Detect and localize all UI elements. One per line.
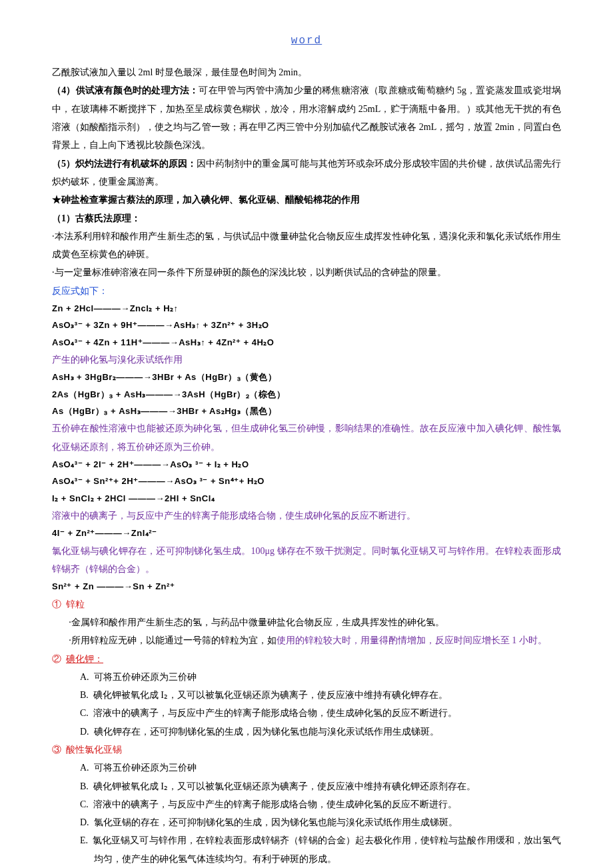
section-5: （5）炽灼法进行有机破坏的原因：因中药制剂中的重金属可能与其他芳环或杂环成分形成… bbox=[52, 155, 561, 191]
circled-1-heading: ① 锌粒 bbox=[52, 595, 561, 613]
circled-1-title: 锌粒 bbox=[66, 599, 85, 609]
sncl-item-c: C. 溶液中的碘离子，与反应中产生的锌离子能形成络合物，使生成砷化氢的反应不断进… bbox=[52, 795, 561, 813]
equation-1: Zn + 2Hcl———→Zncl₂ + H₂↑ bbox=[52, 300, 561, 317]
letter-e: E. bbox=[80, 835, 88, 845]
letter-b: B. bbox=[80, 690, 89, 700]
equation-5: 2As（HgBr）₃ + AsH₃———→3AsH（HgBr）₂（棕色） bbox=[52, 386, 561, 403]
equations-heading: 反应式如下： bbox=[52, 282, 561, 300]
sncl-item-b: B. 碘化钾被氧化成 I₂，又可以被氯化亚锡还原为碘离子，使反应液中维持有碘化钾… bbox=[52, 777, 561, 795]
equation-2: AsO₃³⁻ + 3Zn + 9H⁺———→AsH₃↑ + 3Zn²⁺ + 3H… bbox=[52, 317, 561, 333]
circled-3-title: 酸性氯化亚锡 bbox=[66, 745, 122, 755]
equation-10: 4I⁻ + Zn²⁺———→ZnI₄²⁻ bbox=[52, 525, 561, 541]
equation-6: As（HgBr）₃ + AsH₃———→3HBr + As₂Hg₃（黑色） bbox=[52, 403, 561, 419]
section-4: （4）供试液有颜色时的处理方法：可在甲管与丙管中滴加少量的稀焦糖溶液（取蔗糖或葡… bbox=[52, 81, 561, 154]
sncl-item-a-text: 可将五价砷还原为三价砷 bbox=[94, 763, 197, 773]
ki-item-c: C. 溶液中的碘离子，与反应中产生的锌离子能形成络合物，使生成砷化氢的反应不断进… bbox=[52, 704, 561, 722]
sncl-item-e: E. 氯化亚锡又可与锌作用，在锌粒表面形成锌锡齐（锌锡的合金）起去极化作用，使锌… bbox=[52, 831, 561, 868]
note-iodide: 溶液中的碘离子，与反应中产生的锌离子能形成络合物，使生成砷化氢的反应不断进行。 bbox=[52, 507, 561, 525]
ki-item-b: B. 碘化钾被氧化成 I₂，又可以被氯化亚锡还原为碘离子，使反应液中维持有碘化钾… bbox=[52, 686, 561, 704]
circled-2-heading: ② 碘化钾： bbox=[52, 650, 561, 668]
circled-1-bullet-2b: 使用的锌粒较大时，用量得酌情增加，反应时间应增长至 1 小时。 bbox=[277, 635, 547, 645]
letter-d: D. bbox=[80, 817, 89, 827]
ki-item-d-text: 碘化钾存在，还可抑制锑化氢的生成，因为锑化氢也能与溴化汞试纸作用生成锑斑。 bbox=[94, 727, 439, 737]
sncl-item-c-text: 溶液中的碘离子，与反应中产生的锌离子能形成络合物，使生成砷化氢的反应不断进行。 bbox=[93, 799, 457, 809]
circled-3-heading: ③ 酸性氯化亚锡 bbox=[52, 741, 561, 759]
ki-item-c-text: 溶液中的碘离子，与反应中产生的锌离子能形成络合物，使生成砷化氢的反应不断进行。 bbox=[93, 708, 457, 718]
section-4-label: （4）供试液有颜色时的处理方法： bbox=[52, 85, 199, 95]
circled-1-num: ① bbox=[52, 599, 61, 609]
section-5-label: （5）炽灼法进行有机破坏的原因： bbox=[52, 159, 197, 169]
equation-4: AsH₃ + 3HgBr₂———→3HBr + As（HgBr）₃（黄色） bbox=[52, 369, 561, 385]
sncl-item-a: A. 可将五价砷还原为三价砷 bbox=[52, 759, 561, 777]
gucai-bullet-1: ·本法系利用锌和酸作用产生新生态的氢，与供试品中微量砷盐化合物反应生成挥发性砷化… bbox=[52, 227, 561, 264]
sncl-item-e-text: 氯化亚锡又可与锌作用，在锌粒表面形成锌锡齐（锌锡的合金）起去极化作用，使锌粒与盐… bbox=[93, 835, 561, 863]
note-stannous-chloride: 氯化亚锡与碘化钾存在，还可抑制锑化氢生成。100μg 锑存在不致干扰测定。同时氯… bbox=[52, 542, 561, 579]
document-page: word 乙酰胺试液加入量以 2ml 时显色最深，最佳显色时间为 2min。 （… bbox=[0, 0, 613, 868]
equation-3: AsO₄³⁻ + 4Zn + 11H⁺———→AsH₃↑ + 4Zn²⁺ + 4… bbox=[52, 334, 561, 351]
circled-1-bullet-1: ·金属锌和酸作用产生新生态的氢，与药品中微量砷盐化合物反应，生成具挥发性的砷化氢… bbox=[52, 613, 561, 631]
circled-1-bullet-2a: ·所用锌粒应无砷，以能通过一号筛的锌粒为宜，如 bbox=[69, 635, 277, 645]
note-hgbr: 产生的砷化氢与溴化汞试纸作用 bbox=[52, 351, 561, 369]
gucai-principle-label: （1）古蔡氏法原理： bbox=[52, 209, 561, 227]
letter-a: A. bbox=[80, 672, 89, 682]
letter-c: C. bbox=[80, 708, 89, 718]
equation-9: I₂ + SnCl₂ + 2HCl ———→2HI + SnCl₄ bbox=[52, 490, 561, 507]
equation-7: AsO₄³⁻ + 2I⁻ + 2H⁺———→AsO₃ ³⁻ + I₂ + H₂O bbox=[52, 456, 561, 473]
page-header: word bbox=[52, 31, 561, 51]
ki-item-d: D. 碘化钾存在，还可抑制锑化氢的生成，因为锑化氢也能与溴化汞试纸作用生成锑斑。 bbox=[52, 723, 561, 741]
circled-2-num: ② bbox=[52, 654, 61, 664]
ki-item-a-text: 可将五价砷还原为三价砷 bbox=[94, 672, 197, 682]
letter-c: C. bbox=[80, 799, 89, 809]
ki-item-a: A. 可将五价砷还原为三价砷 bbox=[52, 668, 561, 686]
circled-3-num: ③ bbox=[52, 745, 61, 755]
paragraph-intro: 乙酰胺试液加入量以 2ml 时显色最深，最佳显色时间为 2min。 bbox=[52, 63, 561, 81]
ki-item-b-text: 碘化钾被氧化成 I₂，又可以被氯化亚锡还原为碘离子，使反应液中维持有碘化钾存在。 bbox=[93, 690, 448, 700]
letter-a: A. bbox=[80, 763, 89, 773]
letter-b: B. bbox=[80, 781, 89, 791]
equation-11: Sn²⁺ + Zn ———→Sn + Zn²⁺ bbox=[52, 578, 561, 595]
equation-8: AsO₄³⁻ + Sn²⁺+ 2H⁺———→AsO₃ ³⁻ + Sn⁴⁺+ H₂… bbox=[52, 473, 561, 489]
gucai-bullet-2: ·与一定量标准砷溶液在同一条件下所显砷斑的颜色的深浅比较，以判断供试品的含砷盐的… bbox=[52, 263, 561, 281]
heading-arsenic: ★砷盐检查掌握古蔡法的原理，加入碘化钾、氯化亚锡、醋酸铅棉花的作用 bbox=[52, 191, 561, 209]
circled-1-bullet-2: ·所用锌粒应无砷，以能通过一号筛的锌粒为宜，如使用的锌粒较大时，用量得酌情增加，… bbox=[52, 631, 561, 649]
circled-2-title: 碘化钾： bbox=[66, 654, 103, 664]
sncl-item-d: D. 氯化亚锡的存在，还可抑制锑化氢的生成，因为锑化氢也能与溴化汞试纸作用生成锑… bbox=[52, 813, 561, 831]
sncl-item-b-text: 碘化钾被氧化成 I₂，又可以被氯化亚锡还原为碘离子，使反应液中维持有碘化钾还原剂… bbox=[93, 781, 476, 791]
sncl-item-d-text: 氯化亚锡的存在，还可抑制锑化氢的生成，因为锑化氢也能与溴化汞试纸作用生成锑斑。 bbox=[94, 817, 458, 827]
note-pentavalent: 五价砷在酸性溶液中也能被还原为砷化氢，但生成砷化氢三价砷慢，影响结果的准确性。故… bbox=[52, 419, 561, 456]
letter-d: D. bbox=[80, 727, 89, 737]
